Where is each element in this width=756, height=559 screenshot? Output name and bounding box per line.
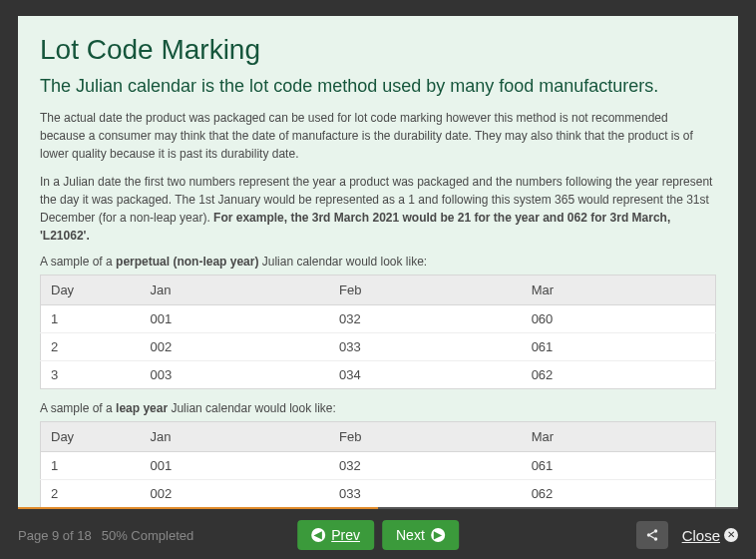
svg-point-1	[646, 533, 650, 537]
table-cell: 001	[141, 452, 329, 480]
next-label: Next	[396, 527, 425, 543]
table-cell: 3	[41, 361, 141, 389]
table-header: Day	[41, 422, 141, 452]
table-cell: 061	[522, 452, 716, 480]
table-row: 2002033062	[41, 480, 716, 508]
arrow-left-icon: ◀	[311, 528, 325, 542]
table-cell: 062	[522, 361, 716, 389]
status-text: Page 9 of 18 50% Completed	[18, 528, 193, 543]
content-panel: Lot Code Marking The Julian calendar is …	[18, 16, 738, 509]
page-indicator: Page 9 of 18	[18, 528, 92, 543]
prev-label: Prev	[331, 527, 360, 543]
close-label: Close	[682, 527, 720, 544]
table-cell: 032	[329, 305, 522, 333]
progress-fill	[18, 507, 378, 509]
next-button[interactable]: Next ▶	[382, 520, 459, 550]
progress-bar	[18, 507, 738, 509]
table-cell: 2	[41, 333, 141, 361]
paragraph-1: The actual date the product was packaged…	[40, 109, 716, 163]
table-cell: 002	[141, 480, 329, 508]
table-perpetual: DayJanFebMar 100103206020020330613003034…	[40, 275, 716, 389]
table-header: Feb	[329, 276, 522, 305]
table1-caption: A sample of a perpetual (non-leap year) …	[40, 255, 716, 269]
nav-buttons: ◀ Prev Next ▶	[297, 520, 459, 550]
table2-caption: A sample of a leap year Julian calendar …	[40, 401, 716, 415]
table-header: Jan	[141, 422, 329, 452]
share-icon	[645, 528, 659, 542]
arrow-right-icon: ▶	[431, 528, 445, 542]
close-button[interactable]: Close ✕	[682, 527, 738, 544]
paragraph-2: In a Julian date the first two numbers r…	[40, 173, 716, 245]
table-row: 1001032060	[41, 305, 716, 333]
table-cell: 1	[41, 305, 141, 333]
table-cell: 033	[329, 333, 522, 361]
table-cell: 034	[329, 361, 522, 389]
share-button[interactable]	[636, 521, 668, 549]
progress-text: 50% Completed	[102, 528, 194, 543]
footer-bar: Page 9 of 18 50% Completed ◀ Prev Next ▶…	[0, 511, 756, 559]
close-icon: ✕	[724, 528, 738, 542]
table-cell: 032	[329, 452, 522, 480]
table-row: 3003034062	[41, 361, 716, 389]
table-header: Feb	[329, 422, 522, 452]
table-header: Day	[41, 276, 141, 305]
svg-point-0	[653, 529, 657, 533]
page-subtitle: The Julian calendar is the lot code meth…	[40, 76, 716, 97]
table-cell: 003	[141, 361, 329, 389]
table-cell: 062	[522, 480, 716, 508]
table-header: Mar	[522, 422, 716, 452]
table-cell: 001	[141, 305, 329, 333]
table-cell: 002	[141, 333, 329, 361]
table-cell: 060	[522, 305, 716, 333]
table-cell: 061	[522, 333, 716, 361]
table-cell: 2	[41, 480, 141, 508]
page-title: Lot Code Marking	[40, 34, 716, 66]
table-row: 2002033061	[41, 333, 716, 361]
table-leap: DayJanFebMar 100103206120020330623003034…	[40, 421, 716, 509]
svg-point-2	[653, 537, 657, 541]
table-header: Jan	[141, 276, 329, 305]
table-header: Mar	[522, 276, 716, 305]
table-cell: 033	[329, 480, 522, 508]
table-row: 1001032061	[41, 452, 716, 480]
table-cell: 1	[41, 452, 141, 480]
prev-button[interactable]: ◀ Prev	[297, 520, 374, 550]
